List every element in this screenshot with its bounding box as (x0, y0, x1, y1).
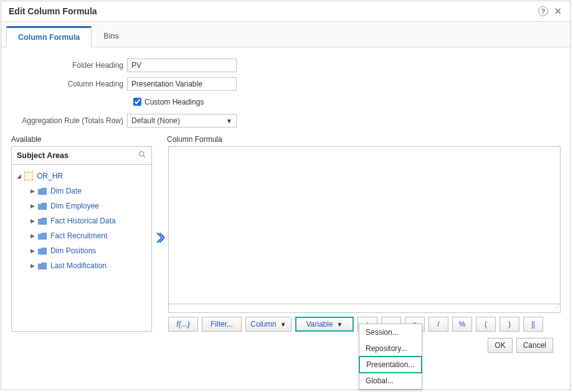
subject-area-icon (24, 172, 33, 180)
tree-root-label: OR_HR (37, 172, 63, 180)
variable-menu-session[interactable]: Session... (359, 324, 422, 340)
folder-icon (38, 203, 47, 210)
cancel-button[interactable]: Cancel (516, 338, 553, 353)
chevron-down-icon: ▼ (226, 118, 232, 124)
ok-button[interactable]: OK (488, 338, 512, 353)
folder-icon (38, 188, 47, 195)
tree-node-fact-historical[interactable]: ▶ Fact Historical Data (13, 213, 150, 228)
op-rparen-button[interactable]: ) (500, 317, 519, 332)
variable-menu-repository[interactable]: Repository... (359, 340, 422, 357)
tree-node-label: Fact Recruitment (50, 231, 107, 240)
expand-icon[interactable]: ▶ (29, 233, 36, 239)
column-formula-textarea[interactable] (168, 146, 561, 304)
close-icon[interactable]: ✕ (553, 6, 563, 16)
folder-icon (38, 218, 47, 225)
expand-icon[interactable]: ▶ (29, 218, 36, 224)
search-icon[interactable] (138, 151, 146, 161)
tab-column-formula[interactable]: Column Formula (6, 26, 92, 47)
column-button[interactable]: Column ▼ (245, 317, 291, 332)
custom-headings-checkbox[interactable] (133, 98, 141, 106)
filter-button[interactable]: Filter... (202, 317, 242, 332)
svg-point-0 (140, 152, 144, 156)
chevron-down-icon: ▼ (280, 321, 286, 328)
tree-node-label: Dim Date (50, 187, 82, 195)
variable-dropdown: Session... Repository... Presentation...… (359, 324, 422, 390)
fx-button[interactable]: f(...) (168, 317, 198, 332)
subject-areas-title: Subject Areas (17, 151, 69, 160)
chevron-down-icon: ▼ (337, 321, 343, 328)
available-panel: Subject Areas ◢ OR_HR ▶ Dim Date (11, 146, 152, 332)
column-heading-input[interactable] (127, 77, 237, 91)
aggregation-value: Default (None) (131, 116, 180, 125)
available-label: Available (11, 135, 167, 144)
column-heading-label: Column Heading (11, 80, 127, 88)
help-icon[interactable]: ? (538, 6, 548, 16)
tab-bins[interactable]: Bins (92, 26, 130, 47)
tree-node-dim-date[interactable]: ▶ Dim Date (13, 184, 150, 198)
resize-grip[interactable]: ⋰ (168, 304, 561, 313)
variable-menu-presentation[interactable]: Presentation... (359, 356, 422, 373)
folder-icon (38, 233, 47, 240)
expand-icon[interactable]: ▶ (29, 263, 36, 269)
folder-heading-input[interactable] (127, 58, 237, 72)
op-lparen-button[interactable]: ( (476, 317, 496, 332)
folder-icon (38, 263, 47, 269)
tree-node-dim-employee[interactable]: ▶ Dim Employee (13, 198, 150, 213)
custom-headings-label: Custom Headings (144, 98, 204, 106)
dialog-body: Folder Heading Column Heading Custom Hea… (1, 47, 571, 390)
subject-areas-header: Subject Areas (11, 146, 152, 165)
expand-icon[interactable]: ▶ (29, 248, 36, 254)
shuttle (152, 146, 168, 332)
tree-node-dim-positions[interactable]: ▶ Dim Positions (13, 243, 150, 258)
tree-node-label: Dim Employee (50, 202, 99, 210)
svg-line-1 (143, 156, 145, 157)
tree-node-last-modification[interactable]: ▶ Last Modification (13, 258, 150, 273)
tree-node-label: Dim Positions (50, 246, 96, 255)
folder-icon (38, 248, 47, 254)
tree-node-label: Fact Historical Data (50, 217, 116, 225)
op-pipes-button[interactable]: || (523, 317, 543, 332)
dialog-titlebar: Edit Column Formula ? ✕ (1, 1, 571, 22)
expand-icon[interactable]: ▶ (29, 188, 36, 194)
edit-column-formula-dialog: Edit Column Formula ? ✕ Column Formula B… (1, 1, 571, 390)
aggregation-label: Aggregation Rule (Totals Row) (11, 116, 127, 125)
tree-node-fact-recruitment[interactable]: ▶ Fact Recruitment (13, 228, 150, 243)
dialog-footer: OK Cancel (11, 332, 561, 359)
shuttle-right-button[interactable] (156, 233, 164, 246)
aggregation-select[interactable]: Default (None) ▼ (127, 114, 237, 128)
column-formula-label: Column Formula (167, 135, 222, 144)
variable-button-label: Variable (306, 320, 333, 329)
subject-areas-tree[interactable]: ◢ OR_HR ▶ Dim Date ▶ Dim Employee (11, 165, 152, 332)
folder-heading-label: Folder Heading (11, 61, 127, 70)
variable-button[interactable]: Variable ▼ (295, 317, 354, 332)
formula-panel: ⋰ f(...) Filter... Column ▼ Variable ▼ +… (168, 146, 561, 332)
expand-icon[interactable]: ▶ (29, 203, 36, 209)
variable-menu-global[interactable]: Global... (359, 373, 422, 389)
tab-bar: Column Formula Bins (1, 22, 571, 47)
op-div-button[interactable]: / (429, 317, 448, 332)
column-button-label: Column (250, 320, 276, 329)
dialog-title: Edit Column Formula (9, 6, 533, 16)
op-pct-button[interactable]: % (452, 317, 472, 332)
tree-node-label: Last Modification (50, 261, 107, 270)
collapse-icon[interactable]: ◢ (16, 173, 22, 179)
tree-root[interactable]: ◢ OR_HR (13, 169, 150, 184)
